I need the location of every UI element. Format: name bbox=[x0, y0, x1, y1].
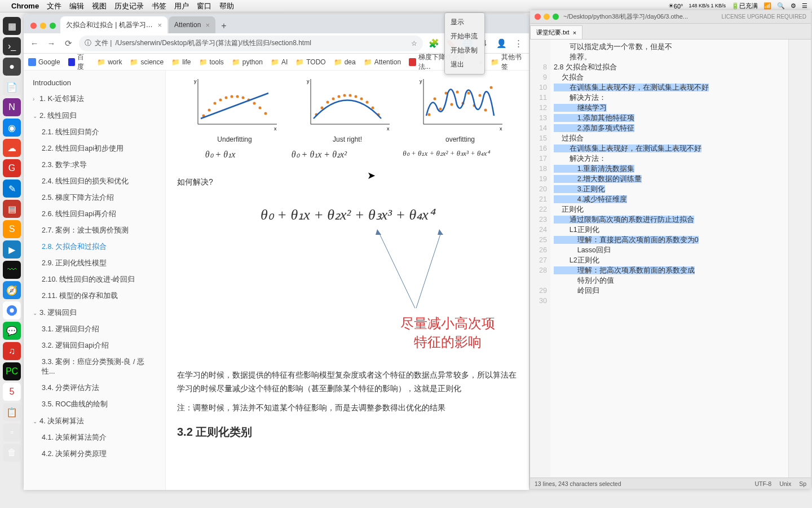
toc-item[interactable]: 3.1. 逻辑回归介绍 bbox=[24, 321, 165, 338]
chrome-icon[interactable] bbox=[3, 301, 21, 319]
app-icon-4[interactable]: ✎ bbox=[3, 179, 21, 198]
toc-item[interactable]: 4.2. 决策树分类原理 bbox=[24, 446, 165, 462]
toc-item[interactable]: 2.8. 欠拟合和过拟合 bbox=[24, 239, 165, 255]
app-icon-2[interactable]: ☁ bbox=[3, 139, 21, 157]
editor-area[interactable]: 8910111213141516171819202122232425262728… bbox=[530, 40, 811, 478]
toc-intro[interactable]: Introduction bbox=[24, 75, 165, 90]
min-icon[interactable] bbox=[40, 23, 46, 29]
app-icon[interactable]: ◉ bbox=[3, 119, 21, 137]
wifi-icon[interactable]: 📶 bbox=[764, 2, 771, 10]
bookmark[interactable]: 📁TODO bbox=[295, 58, 325, 66]
main-content[interactable]: yx Underfitting yx Just right! yx overfi… bbox=[166, 71, 529, 490]
tab-close-icon[interactable]: × bbox=[205, 21, 210, 29]
calendar-icon[interactable]: 5 bbox=[3, 383, 21, 401]
line-ending[interactable]: Unix bbox=[779, 480, 791, 487]
toc-group[interactable]: ⌄ 3. 逻辑回归 bbox=[24, 304, 165, 321]
max-icon[interactable] bbox=[50, 23, 56, 29]
code-area[interactable]: 可以指定成为一个常数，但是不 推荐。2.8 欠拟合和过拟合 欠拟合 在训练集上表… bbox=[550, 40, 788, 478]
app-name[interactable]: Chrome bbox=[11, 2, 39, 10]
toc-item[interactable]: 3.4. 分类评估方法 bbox=[24, 380, 165, 396]
toc-item[interactable]: 2.3. 数学:求导 bbox=[24, 157, 165, 173]
toc-item[interactable]: 2.9. 正则化线性模型 bbox=[24, 255, 165, 271]
dd-quit[interactable]: 退出 bbox=[445, 58, 484, 72]
bookmark[interactable]: 百度 bbox=[68, 52, 89, 72]
toc-sidebar[interactable]: Introduction › 1. K-近邻算法⌄ 2. 线性回归2.1. 线性… bbox=[24, 71, 166, 490]
pycharm-icon[interactable]: PC bbox=[3, 362, 21, 380]
app-icon-3[interactable]: G bbox=[3, 159, 21, 177]
menu-bookmarks[interactable]: 书签 bbox=[152, 1, 166, 11]
toc-item[interactable]: 2.5. 梯度下降方法介绍 bbox=[24, 190, 165, 206]
toc-item[interactable]: 2.6. 线性回归api再介绍 bbox=[24, 206, 165, 222]
toc-group[interactable]: › 1. K-近邻算法 bbox=[24, 90, 165, 107]
app-icon-6[interactable]: 📋 bbox=[3, 403, 21, 421]
menu-icon[interactable]: ⋮ bbox=[512, 37, 524, 50]
bookmark[interactable]: 📁life bbox=[171, 58, 191, 66]
max-icon[interactable] bbox=[553, 14, 559, 20]
bookmark[interactable]: 📁work bbox=[97, 58, 122, 66]
dd-stream[interactable]: 开始串流 bbox=[445, 29, 484, 43]
safari-icon[interactable]: 🧭 bbox=[3, 281, 21, 299]
bookmark[interactable]: 📁science bbox=[130, 58, 164, 66]
search-icon[interactable]: 🔍 bbox=[777, 2, 785, 10]
toc-item[interactable]: 3.3. 案例：癌症分类预测-良 / 恶性... bbox=[24, 354, 165, 380]
toc-item[interactable]: 2.2. 线性回归api初步使用 bbox=[24, 141, 165, 157]
syntax[interactable]: Sp bbox=[799, 480, 806, 487]
toc-item[interactable]: 2.1. 线性回归简介 bbox=[24, 124, 165, 141]
toc-item[interactable]: 2.4. 线性回归的损失和优化 bbox=[24, 173, 165, 190]
player-icon[interactable]: ▶ bbox=[3, 240, 21, 259]
toc-item[interactable]: 2.11. 模型的保存和加载 bbox=[24, 288, 165, 304]
back-button[interactable]: ← bbox=[28, 37, 41, 50]
tab-inactive[interactable]: Attention × bbox=[169, 16, 215, 33]
dd-show[interactable]: 显示 bbox=[445, 15, 484, 29]
minimap[interactable] bbox=[788, 40, 811, 478]
menu-edit[interactable]: 编辑 bbox=[69, 1, 84, 11]
menu-window[interactable]: 窗口 bbox=[197, 1, 211, 11]
close-icon[interactable] bbox=[535, 14, 541, 20]
dd-record[interactable]: 开始录制 bbox=[445, 43, 484, 58]
url-field[interactable]: ⓘ 文件 | /Users/sherwin/Desktop/机器学习(算法篇)/… bbox=[79, 36, 423, 51]
avatar-icon[interactable]: 👤 bbox=[495, 37, 508, 50]
close-icon[interactable] bbox=[30, 23, 37, 29]
sublime-icon[interactable]: S bbox=[3, 220, 21, 238]
menu-icon[interactable]: ☰ bbox=[802, 2, 807, 10]
other-bookmarks[interactable]: 📁其他书签 bbox=[491, 52, 524, 72]
wechat-icon[interactable]: 💬 bbox=[3, 322, 21, 340]
activity-icon[interactable]: 〰 bbox=[3, 261, 21, 279]
textedit-icon[interactable]: 📄 bbox=[3, 78, 21, 96]
reload-button[interactable]: ⟳ bbox=[62, 37, 74, 50]
app-icon-5[interactable]: ▤ bbox=[3, 200, 21, 218]
menu-view[interactable]: 视图 bbox=[92, 1, 107, 11]
forward-button[interactable]: → bbox=[45, 37, 58, 50]
toc-item[interactable]: 2.10. 线性回归的改进-岭回归 bbox=[24, 271, 165, 288]
new-tab-button[interactable]: + bbox=[217, 19, 231, 33]
tab-close-icon[interactable]: × bbox=[573, 29, 576, 36]
star-icon[interactable]: ☆ bbox=[411, 40, 417, 47]
menu-user[interactable]: 用户 bbox=[174, 1, 189, 11]
control-center-icon[interactable]: ⚙ bbox=[791, 2, 796, 10]
min-icon[interactable] bbox=[544, 14, 550, 20]
tab-active[interactable]: 欠拟合和过拟合 | 机器学习算法 × bbox=[60, 16, 167, 33]
menu-history[interactable]: 历史记录 bbox=[114, 1, 144, 11]
ext-icon[interactable]: 🧩 bbox=[427, 37, 440, 50]
trash-icon[interactable]: 🗑 bbox=[3, 444, 21, 462]
terminal-icon[interactable]: ›_ bbox=[3, 37, 21, 55]
finder-icon[interactable]: ▦ bbox=[3, 17, 21, 35]
toc-group[interactable]: ⌄ 2. 线性回归 bbox=[24, 107, 165, 124]
toc-item[interactable]: 2.7. 案例：波士顿房价预测 bbox=[24, 222, 165, 239]
netease-icon[interactable]: ♫ bbox=[3, 342, 21, 360]
obs-dropdown[interactable]: 显示 开始串流 开始录制 退出 bbox=[444, 12, 485, 75]
toc-item[interactable]: 3.5. ROC曲线的绘制 bbox=[24, 396, 165, 413]
bookmark[interactable]: 📁Attention bbox=[364, 58, 401, 66]
toc-item[interactable]: 3.2. 逻辑回归api介绍 bbox=[24, 338, 165, 354]
menu-help[interactable]: 帮助 bbox=[219, 1, 234, 11]
menu-file[interactable]: 文件 bbox=[47, 1, 61, 11]
sublime-tab[interactable]: 课堂纪要.txt× bbox=[530, 25, 582, 39]
bookmark[interactable]: 📁AI bbox=[271, 58, 288, 66]
toc-item[interactable]: 4.1. 决策树算法简介 bbox=[24, 430, 165, 446]
bookmark[interactable]: Google bbox=[28, 58, 60, 66]
toc-group[interactable]: ⌄ 4. 决策树算法 bbox=[24, 413, 165, 430]
bookmark[interactable]: 📁dea bbox=[334, 58, 356, 66]
info-icon[interactable]: ⓘ bbox=[85, 38, 91, 48]
obs-icon[interactable]: ● bbox=[3, 58, 21, 76]
app-icon-7[interactable]: ▫ bbox=[3, 423, 21, 441]
